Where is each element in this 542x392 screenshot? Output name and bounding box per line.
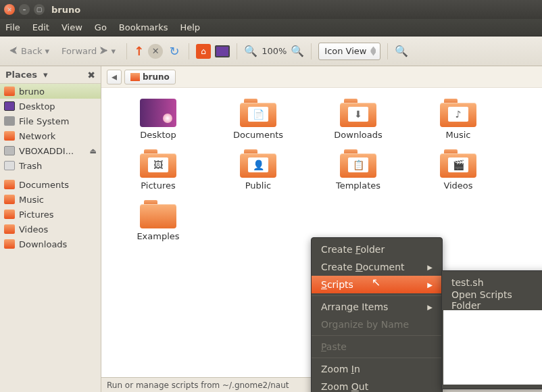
- drive-icon: [4, 116, 15, 126]
- folder-icon: 🖼: [140, 149, 176, 178]
- ctx-zoom-out[interactable]: Zoom Out: [312, 378, 442, 392]
- sidebar-item-trash[interactable]: Trash: [0, 158, 101, 173]
- folder-icon: ♪: [440, 99, 476, 127]
- close-sidebar-icon[interactable]: ✖: [87, 70, 95, 80]
- ctx-zoom-in[interactable]: Zoom In: [312, 360, 442, 378]
- sidebar-item-vboxadditions[interactable]: VBOXADDI...⏏: [0, 143, 101, 158]
- path-crumb-home[interactable]: bruno: [124, 70, 176, 84]
- file-examples[interactable]: Examples: [108, 200, 208, 251]
- ctx-organize-by-name: Organize by Name: [312, 316, 442, 333]
- computer-button[interactable]: [215, 45, 230, 57]
- file-pictures[interactable]: 🖼Pictures: [108, 149, 208, 200]
- trash-icon: [4, 161, 15, 170]
- file-documents[interactable]: 📄Documents: [208, 99, 308, 149]
- sidebar-item-desktop[interactable]: Desktop: [0, 99, 101, 114]
- folder-icon: [4, 239, 15, 249]
- forward-button[interactable]: Forward ⮞ ▾: [57, 43, 120, 59]
- up-button[interactable]: ↑: [134, 44, 144, 58]
- sidebar-header: Places ▾ ✖: [0, 66, 101, 84]
- cd-icon: [4, 146, 15, 155]
- context-menu: Create Folder Create Document▶ Scripts▶ …: [311, 237, 443, 392]
- submenu-blank-area: [443, 310, 542, 385]
- folder-icon: [4, 224, 15, 234]
- home-icon: [4, 87, 15, 96]
- ctx-create-folder[interactable]: Create Folder: [312, 241, 442, 258]
- menu-bookmarks[interactable]: Bookmarks: [119, 22, 168, 32]
- sidebar-item-documents[interactable]: Documents: [0, 177, 101, 192]
- scripts-submenu: test.sh Open Scripts Folder: [441, 270, 542, 389]
- separator: [312, 335, 442, 336]
- reload-button[interactable]: ↻: [167, 44, 182, 59]
- separator: [312, 295, 442, 296]
- file-downloads[interactable]: ⬇Downloads: [308, 99, 408, 149]
- folder-icon: [4, 180, 15, 189]
- separator: [387, 43, 388, 59]
- menu-go[interactable]: Go: [95, 22, 107, 32]
- file-music[interactable]: ♪Music: [408, 99, 508, 149]
- toolbar: ⮜ Back ▾ Forward ⮞ ▾ ↑ ✕ ↻ ⌂ 🔍 100% 🔍 Ic…: [0, 36, 542, 66]
- sidebar-item-pictures[interactable]: Pictures: [0, 207, 101, 222]
- back-button[interactable]: ⮜ Back ▾: [5, 43, 53, 59]
- window-close-button[interactable]: ×: [4, 4, 15, 15]
- sidebar-item-videos[interactable]: Videos: [0, 222, 101, 237]
- zoom-out-icon[interactable]: 🔍: [244, 45, 257, 57]
- window-maximize-button[interactable]: ▢: [34, 4, 45, 15]
- titlebar: × – ▢ bruno: [0, 0, 542, 19]
- search-button[interactable]: 🔍: [395, 45, 408, 57]
- menu-edit[interactable]: Edit: [32, 22, 49, 32]
- zoom-in-icon[interactable]: 🔍: [291, 45, 304, 57]
- menu-help[interactable]: Help: [180, 22, 200, 32]
- folder-icon: 📋: [340, 149, 376, 178]
- ctx-scripts[interactable]: Scripts▶: [312, 276, 442, 293]
- folder-icon: [4, 210, 15, 219]
- sidebar-item-home[interactable]: bruno: [0, 84, 101, 99]
- ctx-arrange-items[interactable]: Arrange Items▶: [312, 298, 442, 316]
- file-public[interactable]: 👤Public: [208, 149, 308, 200]
- pathbar: ◂ bruno: [101, 66, 542, 88]
- folder-icon: [140, 200, 176, 228]
- menu-file[interactable]: File: [5, 22, 20, 32]
- zoom-level: 100%: [262, 46, 287, 56]
- sidebar-item-downloads[interactable]: Downloads: [0, 237, 101, 251]
- sidebar-item-filesystem[interactable]: File System: [0, 114, 101, 128]
- network-icon: [4, 131, 15, 141]
- window-minimize-button[interactable]: –: [19, 4, 30, 15]
- folder-icon: 🎬: [440, 149, 476, 178]
- ctx-paste: Paste: [312, 338, 442, 356]
- folder-icon: 📄: [240, 99, 276, 127]
- separator: [237, 43, 237, 59]
- folder-icon: 👤: [240, 149, 276, 178]
- file-desktop[interactable]: Desktop: [108, 99, 208, 149]
- separator: [126, 43, 127, 59]
- ctx-create-document[interactable]: Create Document▶: [312, 258, 442, 276]
- file-videos[interactable]: 🎬Videos: [408, 149, 508, 200]
- window-title: bruno: [51, 5, 80, 15]
- home-icon: [130, 73, 140, 81]
- folder-icon: ⬇: [340, 99, 376, 127]
- home-button[interactable]: ⌂: [196, 44, 211, 59]
- stop-button[interactable]: ✕: [148, 44, 163, 59]
- separator: [312, 358, 442, 358]
- path-history-button[interactable]: ◂: [107, 70, 122, 84]
- view-mode-select[interactable]: Icon View: [318, 43, 380, 60]
- menu-view[interactable]: View: [61, 22, 82, 32]
- menubar: File Edit View Go Bookmarks Help: [0, 19, 542, 36]
- separator: [189, 43, 189, 59]
- sidebar: Places ▾ ✖ bruno Desktop File System Net…: [0, 66, 101, 392]
- folder-icon: [4, 195, 15, 204]
- eject-icon[interactable]: ⏏: [90, 147, 97, 155]
- sidebar-item-network[interactable]: Network: [0, 128, 101, 143]
- separator: [311, 43, 312, 59]
- desktop-folder-icon: [140, 99, 176, 127]
- sidebar-item-music[interactable]: Music: [0, 192, 101, 207]
- file-templates[interactable]: 📋Templates: [308, 149, 408, 200]
- desktop-icon: [4, 101, 15, 111]
- submenu-open-scripts-folder[interactable]: Open Scripts Folder: [442, 291, 542, 309]
